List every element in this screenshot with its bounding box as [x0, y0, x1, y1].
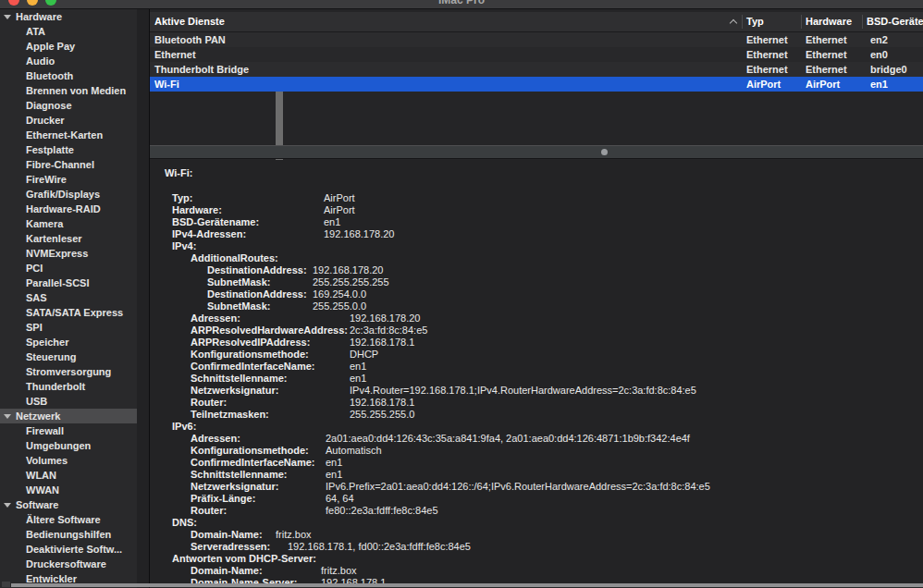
- service-hardware: Ethernet: [806, 32, 847, 47]
- sidebar-item-kartenleser[interactable]: Kartenleser: [0, 231, 137, 246]
- sidebar-item-brennen-von-medien[interactable]: Brennen von Medien: [0, 83, 137, 98]
- column-separator[interactable]: [742, 15, 743, 29]
- sidebar-item-ethernet-karten[interactable]: Ethernet-Karten: [0, 128, 137, 142]
- sidebar-item-wwan[interactable]: WWAN: [0, 483, 137, 497]
- detail-value: en1: [324, 216, 340, 228]
- detail-key: Netzwerksignatur:: [191, 481, 278, 493]
- sidebar-item-label: WWAN: [26, 483, 59, 497]
- sidebar-scrollbar-track[interactable]: [137, 9, 150, 588]
- detail-value: fritz.box: [321, 565, 357, 577]
- detail-line: Netzwerksignatur:IPv4.Router=192.168.178…: [150, 385, 923, 397]
- sidebar-item-druckersoftware[interactable]: Druckersoftware: [0, 557, 137, 571]
- detail-key: Antworten vom DHCP-Server:: [172, 553, 316, 565]
- detail-line: Schnittstellenname:en1: [150, 373, 923, 385]
- detail-line: Konfigurationsmethode:Automatisch: [150, 445, 923, 457]
- sidebar-item-spi[interactable]: SPI: [0, 320, 137, 335]
- detail-value: 192.168.178.1: [321, 577, 386, 583]
- sidebar-item-pci[interactable]: PCI: [0, 261, 137, 276]
- sidebar-item-deaktivierte-softw[interactable]: Deaktivierte Softw...: [0, 542, 137, 557]
- detail-value: 192.168.178.20: [350, 312, 420, 325]
- window-title-bar: iMac Pro: [0, 0, 923, 9]
- sidebar-item-label: FireWire: [26, 172, 67, 187]
- detail-value: 192.168.178.1: [350, 337, 414, 349]
- sidebar-item-speicher[interactable]: Speicher: [0, 335, 137, 349]
- sidebar-item-bedienungshilfen[interactable]: Bedienungshilfen: [0, 527, 137, 542]
- sidebar-item-grafik-displays[interactable]: Grafik/Displays: [0, 187, 137, 202]
- detail-key: DNS:: [172, 517, 197, 529]
- sidebar-item-hardware-raid[interactable]: Hardware-RAID: [0, 202, 137, 216]
- sidebar-item-festplatte[interactable]: Festplatte: [0, 142, 137, 157]
- sidebar-item-apple-pay[interactable]: Apple Pay: [0, 39, 137, 54]
- column-header-hardware[interactable]: Hardware: [806, 16, 852, 27]
- disclosure-triangle-icon[interactable]: [4, 503, 11, 508]
- sidebar-item-label: SPI: [26, 320, 43, 335]
- detail-value: IPv6.Prefix=2a01:aea0:dd4:126::/64;IPv6.…: [326, 481, 710, 493]
- sidebar-item-ältere-software[interactable]: Ältere Software: [0, 512, 137, 527]
- detail-value: fritz.box: [276, 529, 312, 541]
- sidebar-item-bluetooth[interactable]: Bluetooth: [0, 68, 137, 83]
- sidebar-item-audio[interactable]: Audio: [0, 54, 137, 68]
- splitter-handle-icon[interactable]: [601, 149, 608, 155]
- detail-line: IPv4:: [150, 240, 923, 252]
- sidebar-item-firewire[interactable]: FireWire: [0, 172, 137, 187]
- service-bsd-device: en0: [870, 47, 888, 62]
- sidebar-item-nvmexpress[interactable]: NVMExpress: [0, 246, 137, 261]
- service-hardware: Ethernet: [806, 62, 847, 77]
- sidebar-section-netzwerk[interactable]: Netzwerk: [0, 409, 137, 423]
- service-row-bluetooth-pan[interactable]: Bluetooth PANEthernetEtherneten2: [150, 32, 923, 47]
- sidebar-item-parallel-scsi[interactable]: Parallel-SCSI: [0, 276, 137, 290]
- sidebar-item-label: Hardware-RAID: [26, 202, 101, 216]
- column-separator[interactable]: [862, 15, 863, 29]
- sidebar-item-thunderbolt[interactable]: Thunderbolt: [0, 379, 137, 394]
- window-bottom-edge[interactable]: [11, 583, 923, 587]
- service-typ: Ethernet: [746, 47, 788, 62]
- disclosure-triangle-icon[interactable]: [4, 414, 11, 419]
- service-typ: AirPort: [746, 77, 781, 92]
- service-bsd-device: bridge0: [870, 62, 907, 77]
- sidebar-item-label: Umgebungen: [26, 438, 91, 453]
- detail-value: en1: [326, 469, 342, 481]
- column-header-aktive-dienste[interactable]: Aktive Dienste: [154, 16, 225, 27]
- detail-value: en1: [350, 373, 366, 385]
- sidebar-item-label: Bedienungshilfen: [26, 527, 111, 542]
- detail-key: Konfigurationsmethode:: [191, 349, 309, 361]
- column-separator[interactable]: [801, 15, 802, 29]
- sidebar-item-wlan[interactable]: WLAN: [0, 468, 137, 483]
- service-row-wi-fi[interactable]: Wi-FiAirPortAirPorten1: [150, 77, 923, 92]
- sidebar-item-label: Ethernet-Karten: [26, 128, 103, 142]
- service-row-ethernet[interactable]: EthernetEthernetEtherneten0: [150, 47, 923, 62]
- detail-line: ConfirmedInterfaceName:en1: [150, 361, 923, 373]
- service-name: Wi-Fi: [154, 77, 179, 92]
- sidebar-item-firewall[interactable]: Firewall: [0, 423, 137, 438]
- sidebar-item-volumes[interactable]: Volumes: [0, 453, 137, 468]
- detail-line: Router:192.168.178.1: [150, 397, 923, 409]
- service-name: Thunderbolt Bridge: [154, 62, 249, 77]
- sidebar-section-hardware[interactable]: Hardware: [0, 9, 137, 24]
- sidebar-item-label: Kamera: [26, 216, 63, 231]
- sidebar-item-sas[interactable]: SAS: [0, 290, 137, 305]
- sidebar-item-umgebungen[interactable]: Umgebungen: [0, 438, 137, 453]
- detail-key: Schnittstellenname:: [191, 373, 288, 385]
- sidebar-item-ata[interactable]: ATA: [0, 24, 137, 39]
- sidebar-item-kamera[interactable]: Kamera: [0, 216, 137, 231]
- sidebar-item-diagnose[interactable]: Diagnose: [0, 98, 137, 113]
- detail-key: Domain-Name:: [191, 565, 263, 577]
- sidebar-item-drucker[interactable]: Drucker: [0, 113, 137, 128]
- detail-key: Typ:: [172, 192, 192, 204]
- detail-value: 64, 64: [326, 493, 354, 505]
- service-row-thunderbolt-bridge[interactable]: Thunderbolt BridgeEthernetEthernetbridge…: [150, 62, 923, 77]
- column-header-bsd-geraetename[interactable]: BSD-Geräte: [867, 16, 923, 27]
- column-header-typ[interactable]: Typ: [746, 16, 764, 27]
- service-typ: Ethernet: [746, 32, 788, 47]
- sidebar-section-software[interactable]: Software: [0, 497, 137, 512]
- sidebar-item-fibre-channel[interactable]: Fibre-Channel: [0, 157, 137, 172]
- disclosure-triangle-icon[interactable]: [4, 15, 11, 19]
- sidebar-item-sata-sata-express[interactable]: SATA/SATA Express: [0, 305, 137, 320]
- detail-value: AirPort: [324, 204, 355, 216]
- detail-line: Serveradressen:192.168.178.1, fd00::2e3a…: [150, 541, 923, 553]
- sidebar-item-usb[interactable]: USB: [0, 394, 137, 409]
- sidebar-item-stromversorgung[interactable]: Stromversorgung: [0, 364, 137, 379]
- pane-splitter[interactable]: [150, 145, 923, 159]
- sidebar-item-label: USB: [26, 394, 47, 409]
- sidebar-item-steuerung[interactable]: Steuerung: [0, 349, 137, 364]
